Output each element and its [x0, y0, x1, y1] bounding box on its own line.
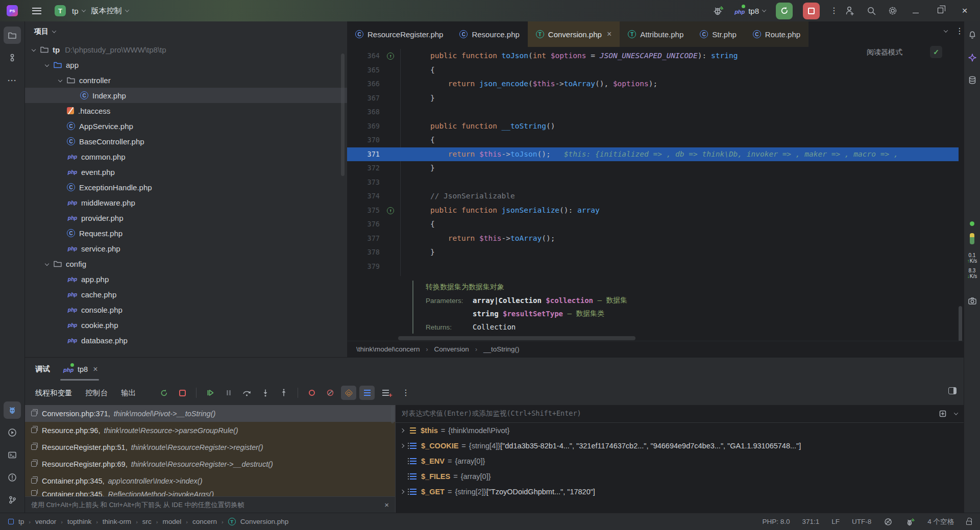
code-line-376[interactable]: 376 { — [347, 217, 959, 232]
code-line-364[interactable]: 364↑ public function toJson(int $options… — [347, 49, 959, 63]
highlighting-level-icon[interactable] — [884, 517, 893, 526]
tree-item-Request.php[interactable]: CRequest.php — [25, 225, 347, 241]
stop-button[interactable] — [803, 3, 820, 19]
chevron-down-icon[interactable] — [32, 47, 36, 52]
editor-tab-Resource.php[interactable]: CResource.php — [451, 21, 527, 47]
database-tool-window-button[interactable] — [965, 71, 979, 89]
override-marker-icon[interactable]: ↑ — [383, 204, 398, 218]
rerun-icon[interactable] — [156, 386, 172, 400]
tree-item-app[interactable]: app — [25, 57, 347, 72]
php-version-widget[interactable]: PHP: 8.0 — [762, 518, 790, 525]
status-crumb-think-orm[interactable]: think-orm — [103, 518, 131, 525]
tree-item-BaseController.php[interactable]: CBaseController.php — [25, 134, 347, 149]
git-branch-icon[interactable] — [4, 491, 21, 509]
minimize-button[interactable] — [909, 6, 923, 15]
frame-row[interactable]: Conversion.php:371,think\model\Pivot->__… — [25, 405, 395, 422]
add-to-watches-icon[interactable] — [378, 386, 393, 400]
code-editor[interactable]: 364↑ public function toJson(int $options… — [347, 49, 959, 273]
more-actions-icon[interactable]: ⋮ — [830, 8, 834, 13]
project-avatar[interactable]: T — [55, 5, 66, 16]
editor-tab-ResourceRegister.php[interactable]: CResourceRegister.php — [347, 21, 451, 47]
search-icon[interactable] — [866, 5, 877, 16]
tree-item-event.php[interactable]: phpevent.php — [25, 164, 347, 180]
tree-item-ExceptionHandle.php[interactable]: CExceptionHandle.php — [25, 180, 347, 195]
status-breadcrumbs[interactable]: tp›vendor›topthink›think-orm›src›model›c… — [8, 518, 288, 525]
frame-row[interactable]: Container.php:345,ReflectionMethod->invo… — [25, 489, 395, 496]
ai-assistant-icon[interactable] — [965, 49, 979, 66]
line-ending-widget[interactable]: LF — [831, 518, 840, 525]
editor-tab-Str.php[interactable]: CStr.php — [692, 21, 745, 47]
step-out-icon[interactable] — [276, 386, 291, 400]
debug-tool-window-button[interactable] — [4, 401, 21, 419]
editor-vertical-scrollbar[interactable] — [959, 306, 962, 342]
tree-item-service.php[interactable]: phpservice.php — [25, 241, 347, 256]
tree-item-common.php[interactable]: phpcommon.php — [25, 149, 347, 164]
frame-row[interactable]: ResourceRegister.php:51,think\route\Reso… — [25, 439, 395, 456]
view-tab-console[interactable]: 控制台 — [86, 388, 108, 398]
run-configuration-selector[interactable]: php tp8 — [734, 7, 766, 15]
threads-view-icon[interactable] — [359, 386, 375, 400]
add-watch-icon[interactable] — [939, 410, 946, 417]
view-tab-threads-variables[interactable]: 线程和变量 — [35, 388, 72, 398]
indent-widget[interactable]: 4 个空格 — [927, 517, 954, 526]
view-tab-output[interactable]: 输出 — [121, 388, 136, 398]
stop-icon[interactable] — [175, 386, 190, 400]
tree-item-middleware.php[interactable]: phpmiddleware.php — [25, 195, 347, 210]
mute-breakpoints-icon[interactable] — [323, 386, 338, 400]
breadcrumb-method[interactable]: __toString() — [483, 345, 520, 353]
view-breakpoints-icon[interactable] — [304, 386, 320, 400]
settings-gear-icon[interactable] — [887, 5, 898, 16]
editor-horizontal-scrollbar[interactable] — [398, 336, 635, 340]
close-hint-icon[interactable]: × — [384, 500, 389, 509]
variable-row-$this[interactable]: $this={think\model\Pivot} — [396, 423, 964, 438]
tree-item-controller[interactable]: controller — [25, 72, 347, 88]
code-line-369[interactable]: 369 public function __toString() — [347, 119, 959, 134]
services-tool-window-button[interactable] — [4, 424, 21, 441]
status-crumb-src[interactable]: src — [142, 518, 152, 525]
code-line-365[interactable]: 365 { — [347, 63, 959, 78]
rerun-debug-button[interactable] — [776, 3, 793, 19]
more-tool-windows-button[interactable]: ··· — [4, 71, 21, 89]
status-crumb-vendor[interactable]: vendor — [35, 518, 56, 525]
code-line-379[interactable]: 379 — [347, 260, 959, 274]
variable-row-$_GET[interactable]: $_GET={string[2]} ["TzoyODoidGhpbmt...",… — [396, 484, 964, 499]
tree-item-cache.php[interactable]: phpcache.php — [25, 287, 347, 302]
pause-icon[interactable] — [221, 386, 236, 400]
main-menu-icon[interactable] — [32, 8, 41, 14]
code-line-370[interactable]: 370 { — [347, 133, 959, 147]
tree-item-cookie.php[interactable]: phpcookie.php — [25, 317, 347, 333]
variable-row-$_COOKIE[interactable]: $_COOKIE={string[4]} ["dd1a3b35-82b1-4..… — [396, 438, 964, 453]
code-line-371[interactable]: 371 return $this->toJson(); $this: {init… — [347, 147, 959, 162]
step-into-icon[interactable] — [258, 386, 273, 400]
caret-position-widget[interactable]: 371:1 — [802, 518, 819, 525]
debug-session-tab[interactable]: php tp8 × — [63, 358, 98, 381]
code-line-375[interactable]: 375↑ public function jsonSerialize(): ar… — [347, 204, 959, 218]
code-line-374[interactable]: 374 // JsonSerializable — [347, 189, 959, 204]
tree-item-AppService.php[interactable]: CAppService.php — [25, 118, 347, 134]
tab-options-icon[interactable]: ⋮ — [955, 29, 960, 34]
evaluate-expression-bar[interactable]: 对表达式求值(Enter)或添加监视(Ctrl+Shift+Enter) — [396, 405, 964, 423]
vcs-menu[interactable]: 版本控制 — [91, 6, 129, 16]
debug-listen-icon[interactable] — [712, 5, 724, 17]
encoding-widget[interactable]: UTF-8 — [852, 518, 871, 525]
project-panel-header[interactable]: 项目 — [25, 21, 347, 42]
breadcrumb-namespace[interactable]: \think\model\concern — [356, 345, 420, 353]
chevron-down-icon[interactable] — [954, 411, 958, 415]
frame-row[interactable]: Resource.php:96,think\route\Resource->pa… — [25, 422, 395, 439]
xdebug-listening-icon[interactable] — [905, 517, 915, 527]
screenshot-camera-icon[interactable] — [965, 292, 979, 310]
code-line-377[interactable]: 377 return $this->toArray(); — [347, 232, 959, 246]
close-window-button[interactable]: × — [958, 5, 972, 16]
status-crumb-model[interactable]: model — [162, 518, 181, 525]
layout-settings-icon[interactable] — [948, 387, 957, 394]
tree-item-app.php[interactable]: phpapp.php — [25, 271, 347, 287]
structure-tool-window-button[interactable] — [4, 49, 21, 66]
breadcrumb-class[interactable]: Conversion — [434, 345, 469, 353]
project-scrollbar[interactable] — [341, 54, 345, 176]
chevron-down-icon[interactable] — [58, 78, 62, 82]
code-line-378[interactable]: 378 } — [347, 245, 959, 260]
chevron-down-icon[interactable] — [45, 63, 49, 67]
add-user-icon[interactable] — [844, 5, 855, 16]
toolbar-more-icon[interactable]: ⋮ — [396, 386, 411, 400]
expand-chevron-icon[interactable] — [400, 490, 404, 494]
